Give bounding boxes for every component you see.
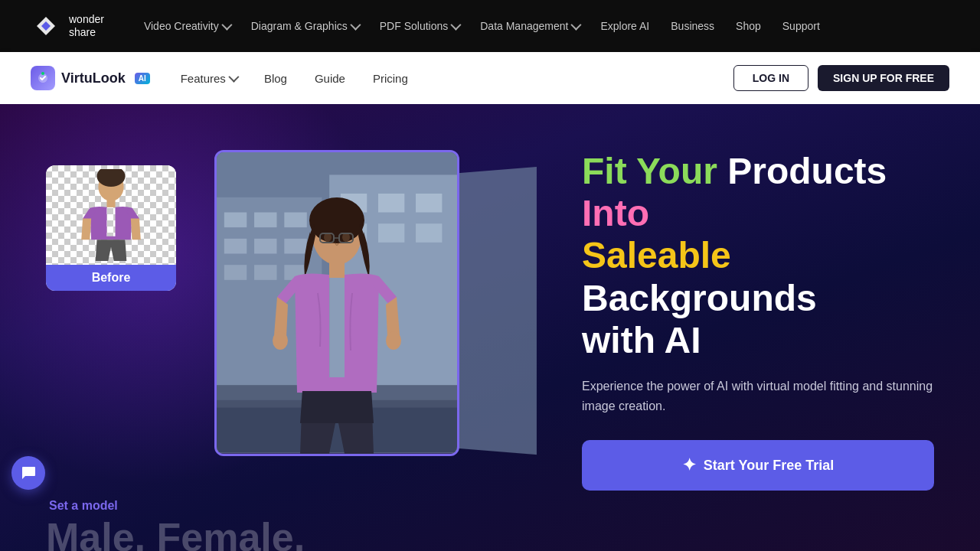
hero-title-into: Into xyxy=(582,193,649,233)
nav-item-shop[interactable]: Shop xyxy=(736,20,761,32)
svg-point-33 xyxy=(386,331,401,350)
svg-point-0 xyxy=(41,72,44,75)
hero-title-backgrounds: Backgrounds xyxy=(582,278,817,318)
before-card-image xyxy=(46,165,176,265)
chat-bubble-button[interactable] xyxy=(11,456,45,490)
after-card-background xyxy=(217,152,457,454)
login-button[interactable]: LOG IN xyxy=(733,65,808,91)
hero-title-fit: Fit Your xyxy=(582,151,717,191)
chevron-down-icon xyxy=(571,20,582,31)
before-card: Before xyxy=(46,165,176,291)
hero-left-content: Before xyxy=(46,142,567,551)
trial-button-label: Start Your Free Trial xyxy=(704,458,834,474)
subnav-features[interactable]: Features xyxy=(181,72,237,85)
set-model-label: Set a model xyxy=(49,499,567,513)
subnav-blog[interactable]: Blog xyxy=(264,72,287,85)
nav-item-diagram-graphics[interactable]: Diagram & Graphics xyxy=(251,20,358,32)
hero-title: Fit Your Products Into Saleable Backgrou… xyxy=(582,150,934,361)
after-card xyxy=(214,150,459,456)
chat-icon xyxy=(20,465,37,481)
top-nav-items: Video Creativity Diagram & Graphics PDF … xyxy=(144,20,949,32)
svg-rect-31 xyxy=(329,262,345,278)
signup-button[interactable]: SIGN UP FOR FREE xyxy=(818,65,949,91)
hero-title-with-ai: with AI xyxy=(582,320,701,360)
sub-nav-right-actions: LOG IN SIGN UP FOR FREE xyxy=(733,65,949,91)
product-logo[interactable]: VirtuLook AI xyxy=(31,66,150,90)
wondershare-logo[interactable]: wonder share xyxy=(31,11,104,41)
svg-point-25 xyxy=(309,197,364,243)
chevron-down-icon xyxy=(350,20,361,31)
nav-item-support[interactable]: Support xyxy=(782,20,820,32)
svg-rect-10 xyxy=(224,239,247,254)
virtulook-logo-icon xyxy=(31,66,55,90)
wondershare-logo-icon xyxy=(31,11,61,41)
product-demo-cards: Before xyxy=(46,150,544,487)
start-trial-button[interactable]: ✦ Start Your Free Trial xyxy=(582,440,934,491)
hero-right-content: Fit Your Products Into Saleable Backgrou… xyxy=(582,150,934,491)
wondershare-logo-text: wonder share xyxy=(69,13,104,39)
ai-badge: AI xyxy=(135,73,150,84)
svg-point-32 xyxy=(273,331,288,350)
nav-item-video-creativity[interactable]: Video Creativity xyxy=(144,20,230,32)
skin-tones-line1: Male, Female, xyxy=(46,516,567,551)
svg-rect-21 xyxy=(416,223,442,243)
product-name: VirtuLook xyxy=(61,70,126,86)
nav-item-pdf-solutions[interactable]: PDF Solutions xyxy=(380,20,459,32)
hero-section: Before xyxy=(0,104,980,551)
svg-rect-13 xyxy=(224,265,247,280)
svg-rect-18 xyxy=(416,194,442,213)
chevron-down-icon xyxy=(228,72,239,83)
nav-item-explore-ai[interactable]: Explore AI xyxy=(600,20,649,32)
hero-title-products: Products xyxy=(727,151,887,191)
nav-item-business[interactable]: Business xyxy=(671,20,714,32)
before-label: Before xyxy=(46,265,176,291)
svg-rect-3 xyxy=(106,199,115,207)
person-silhouette-svg xyxy=(73,169,149,261)
skin-tones-text: Male, Female, Fair, Medium, Olive, Deep, xyxy=(46,516,567,551)
subnav-pricing[interactable]: Pricing xyxy=(373,72,408,85)
subnav-guide[interactable]: Guide xyxy=(315,72,345,85)
chevron-down-icon xyxy=(451,20,462,31)
sub-nav-items: Features Blog Guide Pricing xyxy=(181,72,733,85)
svg-rect-7 xyxy=(224,213,247,228)
chevron-down-icon xyxy=(221,20,232,31)
sparkle-icon: ✦ xyxy=(682,455,696,475)
hero-description: Experience the power of AI with virtual … xyxy=(582,377,934,416)
hero-title-saleable: Saleable xyxy=(582,235,731,276)
top-navigation: wonder share Video Creativity Diagram & … xyxy=(0,0,980,52)
nav-item-data-management[interactable]: Data Management xyxy=(480,20,579,32)
sub-navigation: VirtuLook AI Features Blog Guide Pricing… xyxy=(0,52,980,104)
person-after-svg xyxy=(260,194,413,454)
